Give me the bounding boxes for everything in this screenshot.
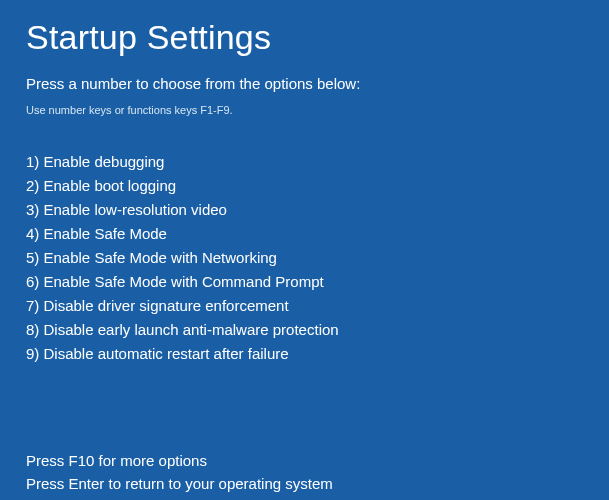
hint-text: Use number keys or functions keys F1-F9. [26,104,583,116]
option-1-enable-debugging[interactable]: 1) Enable debugging [26,150,583,174]
option-3-enable-low-resolution-video[interactable]: 3) Enable low-resolution video [26,198,583,222]
option-9-disable-automatic-restart[interactable]: 9) Disable automatic restart after failu… [26,342,583,366]
footer-return-os: Press Enter to return to your operating … [26,473,583,496]
option-7-disable-driver-signature-enforcement[interactable]: 7) Disable driver signature enforcement [26,294,583,318]
option-8-disable-early-launch-anti-malware[interactable]: 8) Disable early launch anti-malware pro… [26,318,583,342]
options-list: 1) Enable debugging 2) Enable boot loggi… [26,150,583,366]
subtitle-text: Press a number to choose from the option… [26,75,583,92]
option-2-enable-boot-logging[interactable]: 2) Enable boot logging [26,174,583,198]
option-4-enable-safe-mode[interactable]: 4) Enable Safe Mode [26,222,583,246]
footer-more-options: Press F10 for more options [26,450,583,473]
page-title: Startup Settings [26,18,583,57]
option-6-enable-safe-mode-command-prompt[interactable]: 6) Enable Safe Mode with Command Prompt [26,270,583,294]
option-5-enable-safe-mode-networking[interactable]: 5) Enable Safe Mode with Networking [26,246,583,270]
